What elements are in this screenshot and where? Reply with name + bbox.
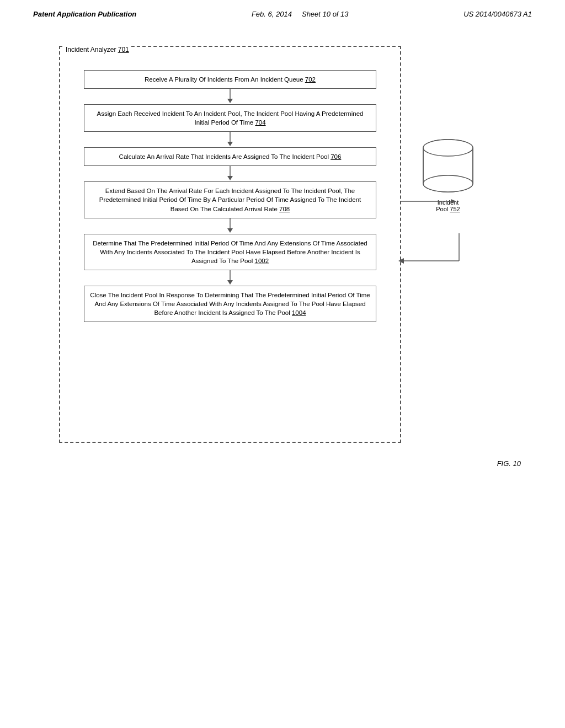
svg-marker-9 — [227, 280, 233, 285]
header-sheet: Sheet 10 of 13 — [302, 10, 349, 18]
incident-pool-section: Incident Pool 752 — [418, 134, 478, 212]
flow-wrapper: Receive A Plurality Of Incidents From An… — [68, 70, 392, 322]
flow-box-1004: Close The Incident Pool In Response To D… — [84, 286, 376, 322]
arrow-4 — [225, 218, 236, 234]
svg-marker-7 — [227, 228, 233, 233]
svg-marker-5 — [227, 176, 233, 180]
arrow-5 — [225, 270, 236, 286]
ref-1002: 1002 — [255, 258, 269, 264]
pool-label-line2: Pool 752 — [436, 206, 460, 212]
svg-marker-3 — [227, 142, 233, 146]
ref-1004: 1004 — [292, 309, 306, 316]
flow-box-704: Assign Each Received Incident To An Inci… — [84, 104, 376, 132]
ref-702: 702 — [305, 76, 316, 83]
cylinder-svg — [418, 134, 478, 195]
arrow-1 — [225, 89, 236, 104]
diagram-area: Incident Analyzer 701 Receive A Pluralit… — [42, 46, 523, 443]
pool-label: Incident Pool 752 — [418, 199, 478, 212]
ref-706: 706 — [331, 153, 341, 160]
incident-analyzer-label: Incident Analyzer 701 — [65, 46, 130, 53]
flow-box-708: Extend Based On The Arrival Rate For Eac… — [84, 181, 376, 218]
outer-dashed-box: Incident Analyzer 701 Receive A Pluralit… — [59, 46, 401, 443]
ref-704: 704 — [255, 119, 265, 126]
fig-label: FIG. 10 — [0, 459, 521, 468]
flow-box-702: Receive A Plurality Of Incidents From An… — [84, 70, 376, 89]
svg-marker-1 — [227, 99, 233, 103]
pool-label-line1: Incident — [438, 199, 459, 206]
svg-point-17 — [423, 175, 473, 192]
page-header: Patent Application Publication Feb. 6, 2… — [0, 0, 565, 24]
header-publication: Patent Application Publication — [33, 10, 136, 18]
svg-point-18 — [423, 140, 473, 156]
header-patent-num: US 2014/0040673 A1 — [463, 10, 532, 18]
ref-708: 708 — [279, 206, 290, 212]
arrow-3 — [225, 166, 236, 181]
header-date-sheet: Feb. 6, 2014 Sheet 10 of 13 — [252, 10, 349, 18]
arrow-2 — [225, 132, 236, 147]
flow-box-1002: Determine That The Predetermined Initial… — [84, 234, 376, 270]
header-date: Feb. 6, 2014 — [252, 10, 292, 18]
flow-box-706: Calculate An Arrival Rate That Incidents… — [84, 147, 376, 166]
